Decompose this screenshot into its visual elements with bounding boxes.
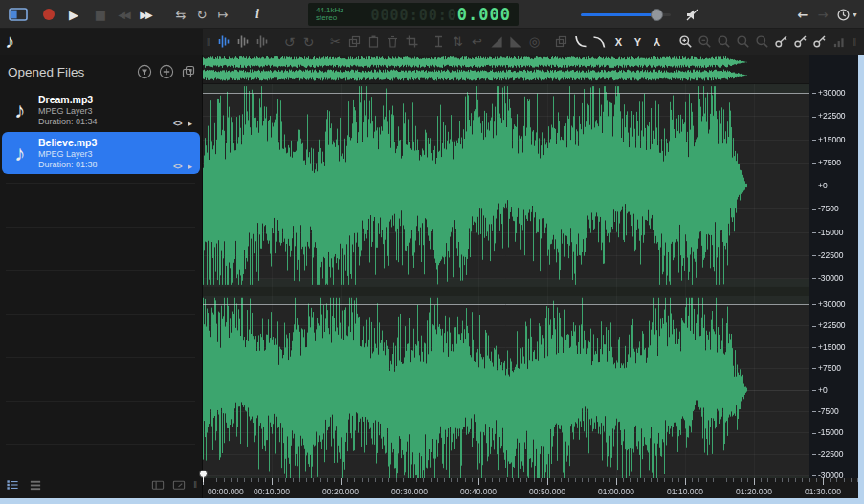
duplicate-button[interactable] xyxy=(554,29,568,55)
normalize-button[interactable] xyxy=(432,29,446,55)
loop-button[interactable]: ⇆ xyxy=(172,0,189,29)
undo-button[interactable]: ↺ xyxy=(282,29,297,55)
loop-region-icon[interactable]: <> xyxy=(173,119,182,128)
levels-meter-button[interactable] xyxy=(831,29,846,55)
zoom-fit-button[interactable] xyxy=(755,29,769,55)
mute-button[interactable] xyxy=(683,0,700,29)
waveform-view-button[interactable] xyxy=(217,29,232,55)
scale-label: +30000 xyxy=(812,299,846,309)
merge-channels-button[interactable]: Y xyxy=(650,29,664,55)
curve-fade-out-button[interactable] xyxy=(592,29,607,55)
fast-forward-button[interactable]: ▶▶ xyxy=(136,0,155,29)
loop-region-icon[interactable]: <> xyxy=(173,162,182,171)
transport-toolbar: ▶ ■ ◀◀ ▶▶ ⇆ ↻ ↦ i 44.1kHz stereo 0000:00… xyxy=(0,0,864,29)
fade-in-button[interactable] xyxy=(489,29,503,55)
ruler-time-label: 01:30.000 xyxy=(805,487,841,496)
add-file-icon[interactable] xyxy=(159,64,174,79)
zoom-out-button[interactable] xyxy=(698,29,712,55)
music-note-icon: ♪ xyxy=(2,98,38,123)
stop-button[interactable]: ■ xyxy=(93,0,108,29)
scale-label: +30000 xyxy=(812,88,846,98)
delete-button[interactable] xyxy=(386,29,400,55)
overview-strip[interactable] xyxy=(203,55,809,84)
file-name: Dream.mp3 xyxy=(38,94,98,105)
curve-fade-in-button[interactable] xyxy=(573,29,587,55)
opened-files-header: Opened Files xyxy=(0,55,202,88)
volume-slider[interactable] xyxy=(581,8,671,21)
scale-label: -15000 xyxy=(812,427,843,437)
file-play-icon[interactable]: ▸ xyxy=(188,162,192,171)
key-tool-button-1[interactable] xyxy=(774,29,788,55)
nav-back-button[interactable]: ← xyxy=(795,0,810,29)
cut-button[interactable]: ✂ xyxy=(328,29,343,55)
scale-label: -15000 xyxy=(812,228,843,237)
save-all-icon[interactable] xyxy=(181,64,196,79)
channel-right-wave[interactable] xyxy=(203,296,809,478)
copy-button[interactable] xyxy=(347,29,362,55)
jump-to-end-button[interactable]: ↦ xyxy=(214,0,232,29)
sidebar-toggle-icon[interactable] xyxy=(6,0,31,29)
file-play-icon[interactable]: ▸ xyxy=(188,119,192,128)
file-duration: Duration: 01:38 xyxy=(38,160,98,169)
trim-button[interactable] xyxy=(405,29,419,55)
scale-label: -7500 xyxy=(812,406,839,416)
amplitude-scale[interactable]: +30000+22500+15000+7500+0-7500-15000-225… xyxy=(809,55,858,478)
pause-small-icon[interactable]: ‖ xyxy=(193,480,197,490)
history-menu-button[interactable]: ▾ xyxy=(834,0,859,29)
split-channels-button[interactable]: Y xyxy=(631,29,645,55)
ruler-time-label: 00:40.000 xyxy=(460,487,497,496)
loop-selection-icon: ↻ xyxy=(197,8,208,22)
rewind-button[interactable]: ◀◀ xyxy=(114,0,133,29)
show-meter-icon[interactable] xyxy=(172,478,186,492)
record-button[interactable] xyxy=(41,0,56,29)
lcd-time-display[interactable]: 44.1kHz stereo 0000:00:00.000 xyxy=(308,3,519,26)
key-tool-button-3[interactable] xyxy=(812,29,827,55)
scale-label: -30000 xyxy=(812,274,843,283)
file-format: MPEG Layer3 xyxy=(38,106,98,116)
detail-view-icon[interactable] xyxy=(6,478,19,492)
spectrogram-view-button[interactable] xyxy=(236,29,251,55)
time-ruler[interactable]: 00:00.00000:10.00000:20.00000:30.00000:4… xyxy=(203,478,858,498)
amplify-button[interactable]: ◎ xyxy=(527,29,542,55)
split-button[interactable]: ⇅ xyxy=(451,29,465,55)
ruler-time-label: 01:00.000 xyxy=(598,487,634,496)
music-note-icon: ♪ xyxy=(2,141,38,166)
scale-label: +7500 xyxy=(812,363,841,373)
nav-forward-button[interactable]: → xyxy=(815,0,831,29)
zoom-normal-button[interactable] xyxy=(736,29,750,55)
crossfade-button[interactable]: X xyxy=(611,29,626,55)
record-icon xyxy=(43,9,55,20)
file-item-believe[interactable]: ♪ Believe.mp3 MPEG Layer3 Duration: 01:3… xyxy=(2,132,200,174)
info-button[interactable]: i xyxy=(251,0,264,29)
play-button[interactable]: ▶ xyxy=(66,0,81,29)
zoom-selection-button[interactable] xyxy=(717,29,731,55)
compact-view-icon[interactable] xyxy=(29,478,42,492)
panel-header-icons xyxy=(137,64,196,79)
volume-knob[interactable] xyxy=(651,9,663,21)
ruler-time-label: 00:10.000 xyxy=(254,487,290,496)
paste-button[interactable] xyxy=(366,29,381,55)
ruler-time-label: 00:20.000 xyxy=(322,487,359,496)
show-panel-icon[interactable] xyxy=(151,478,165,492)
channel-left-wave[interactable] xyxy=(203,84,809,287)
history-clock-icon xyxy=(836,8,851,22)
zoom-in-button[interactable] xyxy=(678,29,693,55)
ruler-time-label: 01:20.000 xyxy=(736,487,772,496)
toolbar-separator-end: ‖ xyxy=(851,29,858,55)
ruler-time-label: 00:00.000 xyxy=(208,487,244,496)
redo-button[interactable]: ↻ xyxy=(301,29,316,55)
caret-down-icon: ▾ xyxy=(853,11,856,19)
playhead-marker[interactable] xyxy=(199,470,208,482)
reverse-button[interactable]: ↩ xyxy=(470,29,484,55)
fade-out-button[interactable] xyxy=(508,29,522,55)
spectrum-view-button[interactable] xyxy=(255,29,270,55)
scale-label: -22500 xyxy=(812,251,843,260)
time-readout: 0000:00:00.000 xyxy=(343,5,511,24)
list-row-separator xyxy=(6,183,195,184)
list-row-separator xyxy=(6,314,195,315)
file-item-dream[interactable]: ♪ Dream.mp3 MPEG Layer3 Duration: 01:34 … xyxy=(2,89,200,131)
loop-selection-button[interactable]: ↻ xyxy=(193,0,210,29)
filter-files-icon[interactable] xyxy=(137,64,152,79)
key-tool-button-2[interactable] xyxy=(793,29,808,55)
opened-files-panel: Opened Files ♪ Dream.mp3 MPEG Layer3 Dur… xyxy=(0,55,203,498)
